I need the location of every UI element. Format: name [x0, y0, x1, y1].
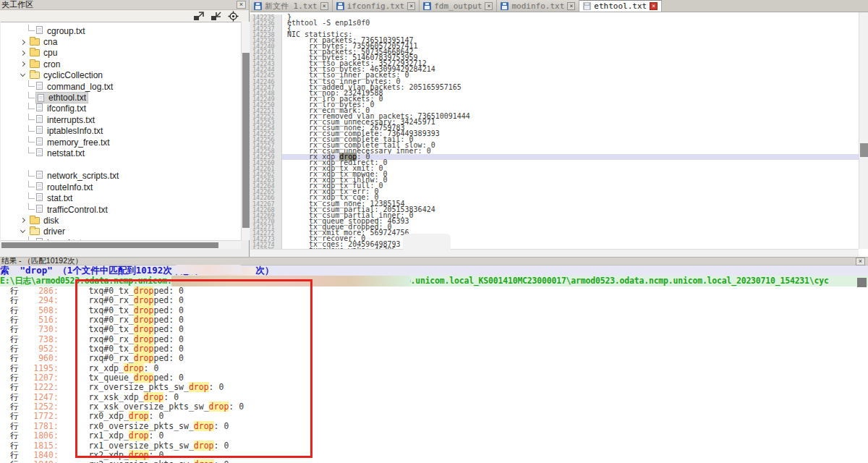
tree-item-cron[interactable]: cron — [1, 59, 241, 69]
tree-item-body: stat.txt — [36, 193, 72, 203]
tree-connector — [28, 125, 35, 132]
tree-vertical-scrollbar[interactable] — [241, 22, 250, 240]
tab-ifconfig-txt[interactable]: ifconfig.txt× — [333, 0, 420, 12]
tree-item-ifconfig-txt[interactable]: ifconfig.txt — [1, 103, 241, 114]
close-tab-icon[interactable]: × — [650, 2, 658, 10]
editor-vscroll-thumb[interactable] — [860, 143, 868, 157]
result-row[interactable]: 行 1849: rx2_oversize_pkts_sw_drop: 0 — [0, 460, 868, 463]
tree-horizontal-scrollbar[interactable] — [1, 240, 241, 249]
tree-item-cgroup-txt[interactable]: cgroup.txt — [1, 25, 241, 36]
result-line-number: 1849: — [19, 459, 59, 463]
results-vscroll-thumb[interactable] — [857, 278, 867, 287]
tree-vscroll-thumb[interactable] — [242, 53, 250, 228]
close-tab-icon[interactable]: × — [567, 2, 575, 10]
chevron-right-icon[interactable] — [20, 218, 25, 223]
result-row[interactable]: 行 960: rxq#0_rx_dropped: 0 — [0, 354, 868, 363]
tab-fdm-output[interactable]: fdm_output× — [420, 0, 497, 12]
results-summary-line[interactable]: 索 "drop" （1个文件中匹配到10192次，总计次） — [0, 266, 868, 276]
result-row[interactable]: 行 730: txq#0_tx_dropped: 0 — [0, 325, 868, 334]
result-row[interactable]: 行 738: rxq#0_rx_dropped: 0 — [0, 335, 868, 344]
tab-label: modinfo.txt — [511, 1, 564, 11]
tree-connector — [28, 92, 35, 98]
result-row[interactable]: 行 1247: rx_xsk_xdp_drop: 0 — [0, 393, 868, 402]
result-line-text: rxq#0_rx_dropped: 0 — [59, 353, 184, 363]
workspace-title-bar: 夹工作区 × — [0, 0, 249, 10]
chevron-right-icon[interactable] — [20, 61, 25, 67]
tree-item-cpu[interactable]: cpu — [1, 48, 241, 59]
result-row[interactable]: 行 1840: rx2_xdp_drop: 0 — [0, 451, 868, 460]
tree-item-command-log-txt[interactable]: command_log.txt — [1, 81, 241, 92]
file-icon — [36, 148, 43, 156]
result-line-number: 1806: — [19, 430, 59, 441]
line-text: ethtool -S enp1s0f0 — [282, 20, 859, 26]
result-row[interactable]: 行 1815: rx1_oversize_pkts_sw_drop: 0 — [0, 441, 868, 451]
tab-modinfo-txt[interactable]: modinfo.txt× — [497, 0, 579, 12]
results-summary-text: 索 "drop" （1个文件中匹配到10192次，总计 — [0, 265, 199, 276]
result-row[interactable]: 行 952: txq#0_tx_dropped: 0 — [0, 344, 868, 354]
result-row[interactable]: 行 516: rxq#0_rx_dropped: 0 — [0, 315, 868, 325]
tree-item-stat-txt[interactable]: stat.txt — [1, 192, 241, 203]
search-match-highlight: drop — [129, 450, 149, 460]
tree-item-iptablesinfo-txt[interactable]: iptablesInfo.txt — [1, 126, 241, 137]
result-row[interactable]: 行 1772: rx0_xdp_drop: 0 — [0, 412, 868, 421]
results-close-icon[interactable]: × — [856, 258, 865, 266]
expand-all-icon[interactable] — [193, 12, 204, 21]
tab-ethtool-txt[interactable]: ethtool.txt× — [579, 0, 662, 12]
result-row[interactable]: 行 1207: tx_queue_dropped: 0 — [0, 373, 868, 383]
close-tab-icon[interactable]: × — [407, 2, 415, 10]
result-row[interactable]: 行 1806: rx1_xdp_drop: 0 — [0, 431, 868, 441]
result-line-number: 1781: — [19, 421, 59, 431]
tree-hscroll-thumb[interactable] — [1, 242, 218, 248]
result-line-number: 1252: — [19, 402, 59, 412]
search-match-highlight: drop — [129, 411, 149, 421]
tree-item-ethtool-txt[interactable]: ethtool.txt — [1, 92, 241, 103]
result-line-text: txq#0_tx_dropped: 0 — [59, 344, 184, 354]
result-row[interactable]: 行 294: rxq#0_rx_dropped: 0 — [0, 296, 868, 305]
close-tab-icon[interactable]: × — [485, 2, 493, 10]
tree-item-network-scripts-txt[interactable]: network_scripts.txt — [1, 171, 241, 182]
result-row[interactable]: 行 1252: rx_xsk_oversize_pkts_sw_drop: 0 — [0, 402, 868, 412]
result-line-prefix: 行 — [10, 363, 19, 373]
tree-item-memory-free-txt[interactable]: memory_free.txt — [1, 137, 241, 148]
workspace-close-icon[interactable]: × — [237, 1, 246, 9]
result-line-text: rx_oversize_pkts_sw_drop: 0 — [59, 382, 224, 392]
chevron-down-icon[interactable] — [20, 72, 25, 77]
result-row[interactable]: 行 1222: rx_oversize_pkts_sw_drop: 0 — [0, 383, 868, 392]
collapse-all-icon[interactable] — [210, 12, 221, 21]
result-line-text: tx_queue_dropped: 0 — [59, 373, 184, 383]
result-line-prefix: 行 — [10, 421, 19, 431]
tree-item-driver[interactable]: driver — [1, 226, 241, 237]
tree-item-disk[interactable]: disk — [1, 215, 241, 226]
results-file-path-line[interactable]: E:\日志\armod0523.odata.ncmp.unicom.locaar… — [0, 276, 868, 286]
chevron-down-icon[interactable] — [20, 228, 25, 233]
tab--1-txt[interactable]: 新文件 1.txt× — [250, 0, 333, 12]
chevron-right-icon[interactable] — [20, 51, 25, 56]
chevron-right-icon[interactable] — [20, 40, 25, 45]
tab-label: fdm_output — [434, 1, 482, 11]
saved-file-icon — [254, 2, 262, 10]
result-row[interactable]: 行 508: txq#0_tx_dropped: 0 — [0, 306, 868, 315]
folder-icon — [30, 228, 40, 235]
locate-file-icon[interactable] — [228, 11, 239, 22]
result-line-prefix: 行 — [10, 373, 19, 383]
tree-item-trafficcontrol-txt[interactable]: trafficControl.txt — [1, 204, 241, 215]
close-tab-icon[interactable]: × — [320, 2, 328, 10]
tree-item-label: trafficControl.txt — [47, 205, 108, 215]
tree-item-label: cyclicCollection — [43, 70, 103, 80]
tree-connector — [28, 25, 35, 31]
tree-item-body: netstat.txt — [36, 148, 85, 158]
tree-item-cycliccollection[interactable]: cyclicCollection — [1, 70, 241, 81]
result-row[interactable]: 行 1781: rx0_oversize_pkts_sw_drop: 0 — [0, 422, 868, 431]
tree-item-netstat-txt[interactable]: netstat.txt — [1, 148, 241, 158]
search-results-panel: 结果 - （匹配10192次） × 索 "drop" （1个文件中匹配到1019… — [0, 257, 868, 463]
file-icon — [36, 103, 43, 111]
tree-connector — [28, 80, 35, 87]
tree-item-interrupts-txt[interactable]: interrupts.txt — [1, 114, 241, 125]
result-row[interactable]: 行 286: txq#0_tx_dropped: 0 — [0, 286, 868, 296]
editor-vertical-scrollbar[interactable] — [859, 12, 868, 249]
tree-item-routeinfo-txt[interactable]: routeInfo.txt — [1, 182, 241, 192]
text-editor[interactable]: 142235}142236ethtool -S enp1s0f0142237{1… — [250, 12, 859, 249]
tree-item-cna[interactable]: cna — [1, 36, 241, 47]
folder-icon — [30, 72, 40, 79]
result-row[interactable]: 行 1195: rx_xdp_drop: 0 — [0, 364, 868, 373]
